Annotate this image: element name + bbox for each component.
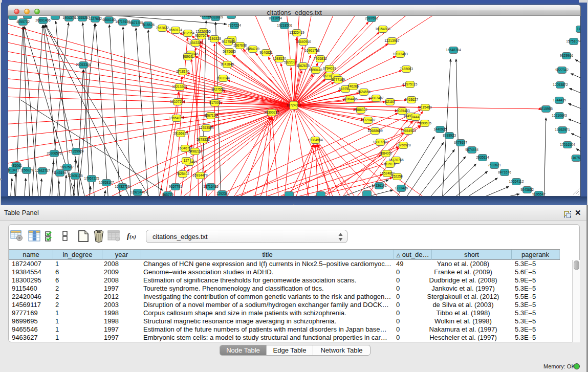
svg-text:252254: 252254: [391, 174, 403, 178]
svg-text:1440935: 1440935: [433, 127, 447, 131]
svg-text:7632621: 7632621: [488, 163, 501, 167]
svg-text:12353594: 12353594: [199, 126, 214, 129]
svg-text:9474444: 9474444: [465, 148, 478, 151]
svg-text:8813054: 8813054: [269, 16, 282, 20]
svg-text:16543382: 16543382: [188, 41, 203, 45]
svg-text:9245652: 9245652: [520, 188, 534, 191]
svg-text:12923446: 12923446: [130, 190, 145, 194]
svg-text:10807487: 10807487: [368, 96, 384, 100]
svg-text:9327508: 9327508: [222, 40, 235, 43]
svg-text:15720407: 15720407: [360, 118, 376, 122]
svg-text:12213967: 12213967: [384, 39, 400, 42]
svg-text:10756928: 10756928: [396, 143, 411, 147]
svg-text:8454749: 8454749: [246, 47, 259, 51]
svg-text:20053346: 20053346: [76, 63, 91, 67]
svg-text:8660124: 8660124: [169, 28, 182, 32]
svg-text:116753: 116753: [571, 156, 581, 160]
svg-text:9146821: 9146821: [259, 51, 273, 54]
svg-text:7515526: 7515526: [141, 23, 155, 27]
svg-text:16154808: 16154808: [375, 27, 390, 31]
svg-text:19384554: 19384554: [308, 138, 323, 142]
svg-text:9227342: 9227342: [555, 68, 569, 72]
svg-text:20691406: 20691406: [35, 18, 51, 22]
svg-text:8186328: 8186328: [208, 37, 221, 40]
svg-text:9084067: 9084067: [379, 151, 393, 155]
svg-text:3913411: 3913411: [8, 168, 19, 172]
svg-text:6466160: 6466160: [102, 18, 116, 21]
svg-text:5878332: 5878332: [197, 138, 210, 141]
svg-text:10654112: 10654112: [509, 180, 524, 183]
svg-text:2803144: 2803144: [216, 76, 230, 80]
svg-text:17359924: 17359924: [69, 149, 84, 153]
svg-text:16961758: 16961758: [304, 49, 320, 52]
svg-text:10958107: 10958107: [99, 181, 114, 184]
svg-text:19166829: 19166829: [173, 132, 188, 135]
svg-text:1733426: 1733426: [395, 186, 408, 190]
svg-text:15716485: 15716485: [203, 185, 219, 188]
svg-text:2718170: 2718170: [176, 70, 189, 73]
svg-text:1145194: 1145194: [53, 171, 67, 174]
svg-text:7357224: 7357224: [228, 24, 241, 27]
svg-text:1906378: 1906378: [62, 16, 76, 19]
svg-text:16210643: 16210643: [552, 114, 567, 117]
svg-text:9195547: 9195547: [532, 192, 546, 196]
svg-text:16914479: 16914479: [192, 173, 208, 177]
svg-text:7625402: 7625402: [176, 172, 189, 176]
svg-text:8938923: 8938923: [443, 134, 456, 137]
svg-text:8267130: 8267130: [204, 114, 217, 117]
svg-text:8444: 8444: [412, 115, 420, 119]
svg-text:9115460: 9115460: [419, 105, 432, 109]
svg-text:62160: 62160: [385, 100, 395, 103]
svg-text:25300215: 25300215: [264, 111, 279, 114]
svg-text:7663822: 7663822: [156, 26, 169, 30]
svg-text:16648784: 16648784: [446, 48, 461, 52]
svg-text:98963: 98963: [183, 55, 193, 58]
svg-text:1588520: 1588520: [273, 57, 286, 60]
svg-text:2087682: 2087682: [365, 16, 378, 20]
svg-text:1117: 1117: [577, 27, 581, 31]
svg-text:4055712: 4055712: [16, 20, 30, 24]
svg-text:8215955: 8215955: [539, 107, 553, 111]
svg-text:9242848: 9242848: [221, 62, 234, 66]
svg-text:6479197: 6479197: [454, 141, 467, 144]
svg-text:9777169: 9777169: [332, 78, 345, 81]
svg-text:8990448: 8990448: [309, 68, 322, 72]
svg-text:965779: 965779: [162, 193, 173, 196]
svg-text:18724007: 18724007: [286, 103, 301, 107]
svg-text:10688609: 10688609: [367, 129, 383, 133]
svg-text:20206576: 20206576: [47, 151, 62, 155]
svg-text:5875685: 5875685: [223, 50, 236, 53]
svg-text:15751074: 15751074: [566, 39, 581, 43]
svg-text:127: 127: [183, 159, 189, 162]
svg-text:7485063: 7485063: [400, 67, 413, 71]
svg-text:16107554: 16107554: [170, 100, 185, 103]
svg-text:17016504: 17016504: [560, 143, 575, 146]
svg-text:5498222: 5498222: [188, 149, 202, 153]
svg-text:19654925: 19654925: [169, 116, 184, 120]
svg-text:10655287: 10655287: [75, 16, 90, 19]
svg-text:3624554: 3624554: [357, 90, 371, 94]
svg-text:15692971: 15692971: [555, 128, 570, 132]
svg-text:12505135: 12505135: [68, 174, 83, 178]
svg-text:9463627: 9463627: [405, 98, 418, 101]
svg-text:9699695: 9699695: [418, 121, 431, 125]
svg-text:9657791: 9657791: [169, 185, 182, 188]
svg-text:9327503: 9327503: [195, 34, 208, 37]
svg-text:1362615: 1362615: [296, 64, 310, 68]
svg-text:19654923: 19654923: [401, 129, 416, 133]
svg-text:18807249: 18807249: [373, 140, 388, 144]
svg-text:746266: 746266: [347, 84, 359, 88]
svg-text:1244415: 1244415: [553, 98, 566, 102]
svg-text:8471676: 8471676: [498, 170, 511, 174]
svg-text:6794028: 6794028: [323, 67, 336, 70]
svg-text:129234: 129234: [216, 192, 228, 195]
svg-text:10973493: 10973493: [393, 52, 408, 56]
svg-text:12942757: 12942757: [35, 169, 50, 172]
svg-text:2935114: 2935114: [476, 156, 489, 159]
svg-text:12975115: 12975115: [403, 82, 418, 86]
svg-text:1156829: 1156829: [20, 168, 33, 172]
svg-text:12093872: 12093872: [553, 83, 568, 86]
svg-text:16782759: 16782759: [115, 185, 130, 188]
svg-text:917006: 917006: [209, 101, 221, 104]
svg-text:14136141: 14136141: [372, 184, 387, 187]
